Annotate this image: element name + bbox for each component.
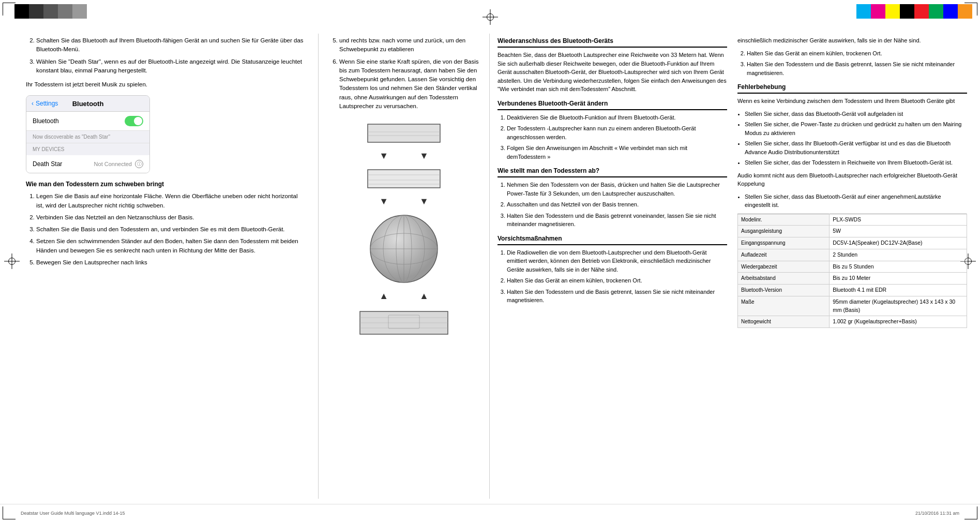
arrows-up: ▲ ▲ — [379, 289, 429, 303]
how-to-float-list: Legen Sie die Basis auf eine horizontale… — [26, 192, 305, 267]
ios-device-status: Not Connected — [94, 160, 132, 169]
abstellen-heading: Wie stellt man den Todesstern ab? — [497, 166, 727, 177]
spec-value-output: 5W — [830, 226, 967, 237]
abstellen-item-1: Nehmen Sie den Todesstern von der Basis,… — [507, 181, 727, 198]
reg-black — [14, 4, 29, 19]
spec-row-playback: Wiedergabezeit Bis zu 5 Stunden — [738, 261, 967, 273]
arrows-down: ▼ ▼ — [379, 149, 429, 163]
reg-lighter — [72, 4, 87, 19]
spec-label-output: Ausgangsleistung — [738, 226, 830, 237]
float-item-3: Schalten Sie die Basis und den Todesster… — [36, 225, 305, 234]
vorsicht-heading: Vorsichtsmaßnahmen — [497, 234, 727, 245]
vorsicht-continued: einschließlich medizinischer Geräte ausw… — [737, 36, 967, 45]
ios-nav-title: Bluetooth — [72, 99, 104, 109]
verbundenes-item-1: Deaktivieren Sie die Bluetooth-Funktion … — [507, 113, 727, 122]
abstellen-item-2: Ausschalten und das Netzteil von der Bas… — [507, 200, 727, 209]
instruction-list-left: Schalten Sie das Bluetooth auf Ihrem Blu… — [26, 36, 305, 75]
ios-device-name: Death Star — [33, 159, 94, 169]
list-item-3: Wählen Sie "Death Star", wenn es auf der… — [36, 57, 305, 76]
spec-row-input: Eingangsspannung DC5V-1A(Speaker) DC12V-… — [738, 237, 967, 249]
spec-tbody: Modelinr. PLX-SWDS Ausgangsleistung 5W E… — [738, 214, 967, 328]
spec-value-model: PLX-SWDS — [830, 214, 967, 226]
spec-row-model: Modelinr. PLX-SWDS — [738, 214, 967, 226]
ios-bluetooth-label: Bluetooth — [33, 116, 125, 126]
vorsicht-cont-2: Halten Sie das Gerät an einem kühlen, tr… — [747, 49, 967, 58]
spec-value-input: DC5V-1A(Speaker) DC12V-2A(Base) — [830, 237, 967, 249]
vorsicht-cont-3: Halten Sie den Todesstern und die Basis … — [747, 60, 967, 77]
color-green — [929, 4, 943, 19]
color-red — [914, 4, 929, 19]
float-item-2: Verbinden Sie das Netzteil an den Netzan… — [36, 213, 305, 222]
svg-rect-0 — [368, 124, 440, 142]
spec-label-model: Modelinr. — [738, 214, 830, 226]
abstellen-list: Nehmen Sie den Todesstern von der Basis,… — [497, 181, 727, 229]
arrow-down-left-2: ▼ — [379, 195, 388, 208]
arrow-down-left: ▼ — [379, 149, 388, 163]
spec-value-dimensions: 95mm diameter (Kugelautsprecher) 143 x 1… — [830, 296, 967, 316]
spec-label-weight: Nettogewicht — [738, 316, 830, 328]
verbundenes-list: Deaktivieren Sie die Bluetooth-Funktion … — [497, 113, 727, 161]
arrows-down-2: ▼ ▼ — [379, 195, 429, 208]
reg-mid — [43, 4, 58, 19]
verbundenes-item-3: Folgen Sie den Anweisungen im Abschnitt … — [507, 144, 727, 161]
mid-top-text: und rechts bzw. nach vorne und zurück, u… — [329, 36, 479, 114]
crosshair-top — [483, 9, 498, 25]
right-right-subcol: einschließlich medizinischer Geräte ausw… — [737, 36, 967, 328]
ios-mockup: ‹ Settings Bluetooth Bluetooth Now disco… — [26, 95, 150, 173]
ios-my-devices-header: MY DEVICES — [26, 143, 149, 155]
mid-item-6: Wenn Sie eine starke Kraft spüren, die v… — [339, 57, 479, 111]
corner-mark-tl — [3, 3, 16, 16]
spec-row-bt: Bluetooth-Version Bluetooth 4.1 mit EDR — [738, 285, 967, 296]
left-column: Schalten Sie das Bluetooth auf Ihrem Blu… — [0, 28, 318, 504]
spec-value-range: Bis zu 10 Meter — [830, 273, 967, 285]
spec-label-playback: Wiedergabezeit — [738, 261, 830, 273]
ios-nav-inner: ‹ Settings Bluetooth — [32, 99, 144, 108]
fehler-item-2: Stellen Sie sicher, die Power-Taste zu d… — [745, 120, 967, 137]
wiederanschluss-text: Beachten Sie, dass der Bluetooth Lautspr… — [497, 51, 727, 94]
arrow-down-right: ▼ — [419, 149, 429, 163]
ios-device-row: Death Star Not Connected ⓘ — [26, 155, 149, 173]
speaker-base-svg — [357, 307, 450, 338]
footer-left: Deatstar User Guide Multi language V1.in… — [21, 511, 125, 516]
right-column: Wiederanschluss des Bluetooth-Geräts Bea… — [490, 28, 980, 504]
speaker-illustration: ▼ ▼ ▼ ▼ — [352, 122, 456, 338]
spec-row-weight: Nettogewicht 1.002 gr (Kugelautsprecher+… — [738, 316, 967, 328]
ios-back-arrow: ‹ — [32, 99, 34, 108]
vorsicht-item-1: Die Radiowellen die von dem Bluetooth-La… — [507, 248, 727, 274]
float-item-5: Bewegen Sie den Lautsprecher nach links — [36, 258, 305, 267]
spec-row-range: Arbeitsabstand Bis zu 10 Meter — [738, 273, 967, 285]
spec-value-weight: 1.002 gr (Kugelautsprecher+Basis) — [830, 316, 967, 328]
vorsicht-continued-list: Halten Sie das Gerät an einem kühlen, tr… — [737, 49, 967, 78]
color-magenta — [871, 4, 885, 19]
color-blue — [943, 4, 958, 19]
spec-label-input: Eingangsspannung — [738, 237, 830, 249]
spec-label-charge: Aufladezeit — [738, 249, 830, 261]
fehler-item-3: Stellen Sie sicher, dass Ihr Bluetooth-G… — [745, 139, 967, 156]
verbundenes-heading: Verbundenes Bluetooth-Gerät ändern — [497, 99, 727, 110]
spec-value-playback: Bis zu 5 Stunden — [830, 261, 967, 273]
ios-toggle[interactable] — [125, 116, 143, 126]
color-strip — [856, 4, 972, 19]
mid-continued-list: und rechts bzw. nach vorne und zurück, u… — [329, 36, 479, 111]
spec-row-output: Ausgangsleistung 5W — [738, 226, 967, 237]
spec-value-bt: Bluetooth 4.1 mit EDR — [830, 285, 967, 296]
color-yellow — [885, 4, 900, 19]
speaker-globe-svg — [368, 213, 440, 285]
ios-bluetooth-row: Bluetooth — [26, 112, 149, 131]
vorsicht-list: Die Radiowellen die von dem Bluetooth-La… — [497, 248, 727, 305]
ios-info-button[interactable]: ⓘ — [135, 160, 143, 168]
reg-light — [58, 4, 72, 19]
fehlerbehebung-list: Stellen Sie sicher, dass das Bluetooth-G… — [737, 110, 967, 167]
svg-rect-3 — [368, 170, 440, 188]
footer: Deatstar User Guide Multi language V1.in… — [0, 504, 980, 522]
spec-label-dimensions: Maße — [738, 296, 830, 316]
float-item-1: Legen Sie die Basis auf eine horizontale… — [36, 192, 305, 210]
fehlerbehebung-heading: Fehlerbehebung — [737, 82, 967, 94]
page: Schalten Sie das Bluetooth auf Ihrem Blu… — [0, 0, 980, 522]
fehler-item-5: Stellen Sie sicher, dass das Bluetooth-G… — [745, 192, 967, 210]
speaker-top-unit — [363, 122, 445, 145]
fehler-item-1: Stellen Sie sicher, dass das Bluetooth-G… — [745, 110, 967, 118]
fehlerbehebung-intro: Wenn es keine Verbindung zwischen dem To… — [737, 97, 967, 106]
arrow-down-right-2: ▼ — [419, 195, 429, 208]
right-inner: Wiederanschluss des Bluetooth-Geräts Bea… — [497, 36, 967, 328]
